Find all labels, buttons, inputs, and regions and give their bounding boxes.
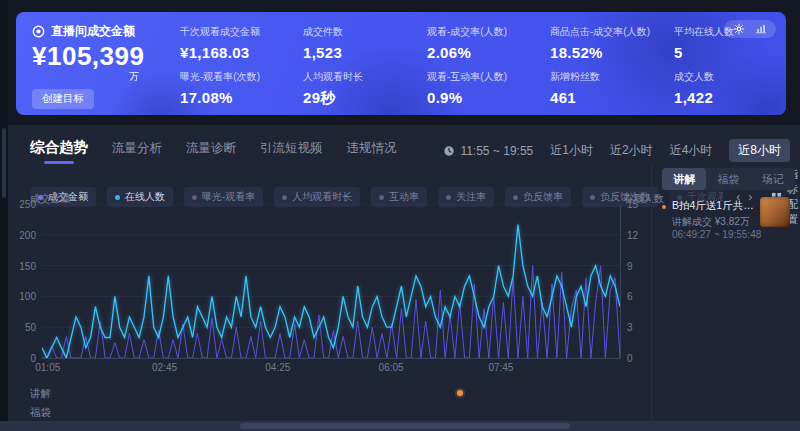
- axis-tick: 250: [12, 199, 36, 210]
- metric-cell: 商品点击-成交率(人数) 18.52%: [550, 25, 674, 70]
- metric-cell: 成交人数 1,422: [674, 70, 786, 115]
- horizontal-scrollbar-handle[interactable]: [240, 423, 570, 429]
- axis-tick: 12: [627, 230, 647, 241]
- axis-tick: 0: [627, 353, 647, 364]
- settings-icon[interactable]: [733, 23, 745, 35]
- series-dot-blue: [115, 195, 120, 200]
- metric-cell: 成交件数 1,523: [303, 25, 427, 70]
- axis-tick: 15: [627, 199, 647, 210]
- window-edge-strip: [0, 0, 8, 431]
- x-axis-tick: 04:25: [265, 362, 290, 373]
- tab-traffic-diagnosis[interactable]: 流量诊断: [186, 140, 236, 157]
- horizontal-scrollbar[interactable]: [0, 421, 800, 431]
- metric-cell: 新增粉丝数 461: [550, 70, 674, 115]
- hero-metrics-card: 直播间成交金额 ¥105,399 万 创建目标 千次观看成交金额 ¥1,168.…: [16, 12, 786, 115]
- right-axis-line: [620, 204, 621, 358]
- metric-cell: 观看-成交率(人数) 2.06%: [427, 25, 550, 70]
- metric-cell: 观看-互动率(人数) 0.9%: [427, 70, 550, 115]
- series-dot-gray: [192, 195, 197, 200]
- range-2h-button[interactable]: 近2小时: [610, 142, 653, 159]
- axis-tick: 9: [627, 261, 647, 272]
- panel-tabs: 讲解 福袋 场记: [662, 168, 795, 190]
- primary-metric-value: ¥105,399: [32, 43, 144, 70]
- live-analytics-dashboard: { "hero": { "title": "直播间成交金额", "value":…: [0, 0, 800, 431]
- marker-row-explain-label: 讲解: [30, 387, 51, 401]
- section-tabs: 综合趋势 流量分析 流量诊断 引流短视频 违规情况: [30, 138, 397, 157]
- hero-action-icons: [724, 20, 776, 38]
- primary-metric: 直播间成交金额 ¥105,399 万 创建目标: [32, 23, 144, 109]
- explain-deal-amount: 讲解成交 ¥3.82万: [672, 215, 750, 229]
- primary-metric-unit: 万: [129, 70, 144, 84]
- time-controls: 11:55 ~ 19:55 近1小时 近2小时 近4小时 近8小时: [443, 139, 790, 162]
- x-axis-tick: 01:05: [35, 362, 60, 373]
- panel-tab-explain[interactable]: 讲解: [662, 168, 706, 190]
- tab-overall-trend[interactable]: 综合趋势: [30, 138, 88, 157]
- marker-row-luckybag-label: 福袋: [30, 406, 51, 420]
- x-axis-tick: 02:45: [152, 362, 177, 373]
- target-icon: [32, 25, 45, 38]
- tab-violations[interactable]: 违规情况: [347, 140, 397, 157]
- axis-tick: 3: [627, 322, 647, 333]
- axis-tick: 200: [12, 230, 36, 241]
- product-title[interactable]: B拍4斤送1斤共35-4...: [672, 199, 756, 213]
- explain-time-range: 06:49:27 ~ 19:55:48: [672, 229, 761, 240]
- metrics-grid: 千次观看成交金额 ¥1,168.03 成交件数 1,523 观看-成交率(人数)…: [180, 25, 786, 115]
- axis-tick: 100: [12, 291, 36, 302]
- clock-icon: [443, 145, 455, 157]
- axis-tick: 6: [627, 291, 647, 302]
- live-dot-icon: [662, 205, 666, 209]
- axis-tick: 150: [12, 261, 36, 272]
- primary-metric-label: 直播间成交金额: [51, 23, 135, 40]
- product-thumbnail[interactable]: [760, 197, 790, 227]
- range-8h-button[interactable]: 近8小时: [729, 139, 790, 162]
- series-dot-gray: [513, 195, 518, 200]
- chart-icon[interactable]: [755, 23, 767, 35]
- range-4h-button[interactable]: 近4小时: [670, 142, 713, 159]
- series-dot-gray: [590, 195, 595, 200]
- trend-chart-plot[interactable]: [42, 204, 621, 358]
- panel-divider: [651, 163, 652, 421]
- series-dot-gray: [446, 195, 451, 200]
- metric-cell: 曝光-观看率(次数) 17.08%: [180, 70, 303, 115]
- window-scrollbar-thumb[interactable]: [2, 128, 6, 198]
- series-dot-gray: [379, 195, 384, 200]
- x-axis-tick: 06:05: [379, 362, 404, 373]
- series-left: [42, 266, 620, 358]
- tab-short-video[interactable]: 引流短视频: [260, 140, 323, 157]
- tab-traffic-analysis[interactable]: 流量分析: [112, 140, 162, 157]
- x-axis-line: [42, 358, 621, 359]
- explain-list-item[interactable]: B拍4斤送1斤共35-4... 讲解成交 ¥3.82万 06:49:27 ~ 1…: [660, 199, 796, 245]
- time-range-text: 11:55 ~ 19:55: [460, 144, 533, 158]
- panel-tab-luckybag[interactable]: 福袋: [706, 168, 750, 190]
- time-range-display: 11:55 ~ 19:55: [443, 144, 533, 158]
- x-axis-tick: 07:45: [488, 362, 513, 373]
- panel-tab-log[interactable]: 场记: [751, 168, 795, 190]
- create-goal-button[interactable]: 创建目标: [32, 89, 94, 109]
- series-dot-gray: [282, 195, 287, 200]
- axis-tick: 50: [12, 322, 36, 333]
- range-1h-button[interactable]: 近1小时: [550, 142, 593, 159]
- metric-cell: 人均观看时长 29秒: [303, 70, 427, 115]
- axis-tick: 0: [12, 353, 36, 364]
- explain-marker-dot[interactable]: [457, 390, 463, 396]
- metric-cell: 千次观看成交金额 ¥1,168.03: [180, 25, 303, 70]
